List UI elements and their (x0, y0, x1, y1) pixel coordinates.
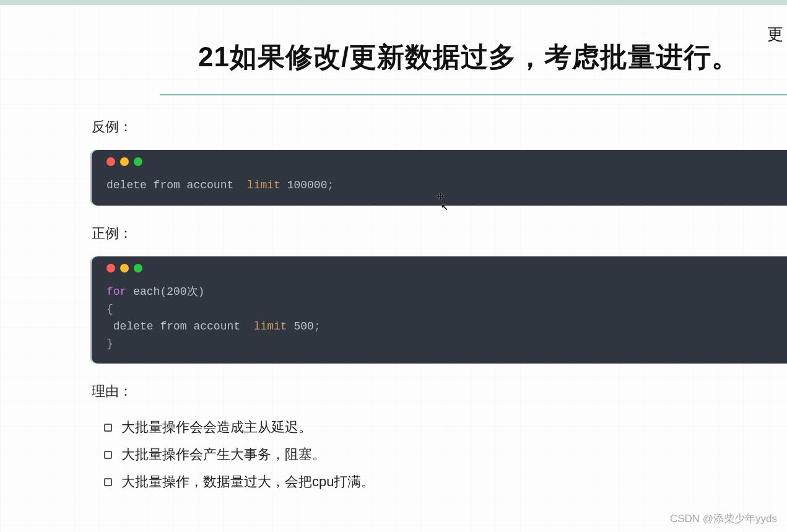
maximize-icon (134, 264, 142, 273)
list-item: 大批量操作会会造成主从延迟。 (104, 418, 787, 437)
traffic-lights (107, 264, 772, 273)
minimize-icon (120, 157, 129, 166)
minimize-icon (120, 264, 129, 273)
page-title: 21如果修改/更新数据过多，考虑批量进行。 (198, 39, 787, 76)
code-line: for each(200次) (107, 284, 772, 301)
code-block-good: for each(200次){ delete from account limi… (92, 256, 787, 364)
code-line: delete from account limit 500; (107, 318, 772, 336)
code-block-bad: delete from account limit 100000; ✥ ↖ (92, 150, 787, 206)
document-page: 更 21如果修改/更新数据过多，考虑批量进行。 反例： delete from … (0, 5, 787, 532)
code-line: delete from account limit 100000; (107, 177, 772, 194)
close-icon (107, 264, 115, 273)
list-item: 大批量操作，数据量过大，会把cpu打满。 (104, 473, 787, 491)
bad-example-label: 反例： (92, 118, 787, 136)
maximize-icon (134, 157, 142, 166)
code-line: { (107, 301, 772, 318)
watermark: CSDN @添柴少年yyds (670, 512, 777, 526)
code-line: } (107, 336, 772, 353)
title-underline (160, 94, 787, 95)
good-example-label: 正例： (92, 224, 787, 243)
traffic-lights (107, 157, 772, 166)
list-item: 大批量操作会产生大事务，阻塞。 (104, 445, 787, 464)
close-icon (107, 157, 115, 166)
reason-label: 理由： (92, 382, 787, 401)
top-right-truncated-link[interactable]: 更 (767, 24, 783, 45)
reason-list: 大批量操作会会造成主从延迟。大批量操作会产生大事务，阻塞。大批量操作，数据量过大… (104, 418, 787, 491)
